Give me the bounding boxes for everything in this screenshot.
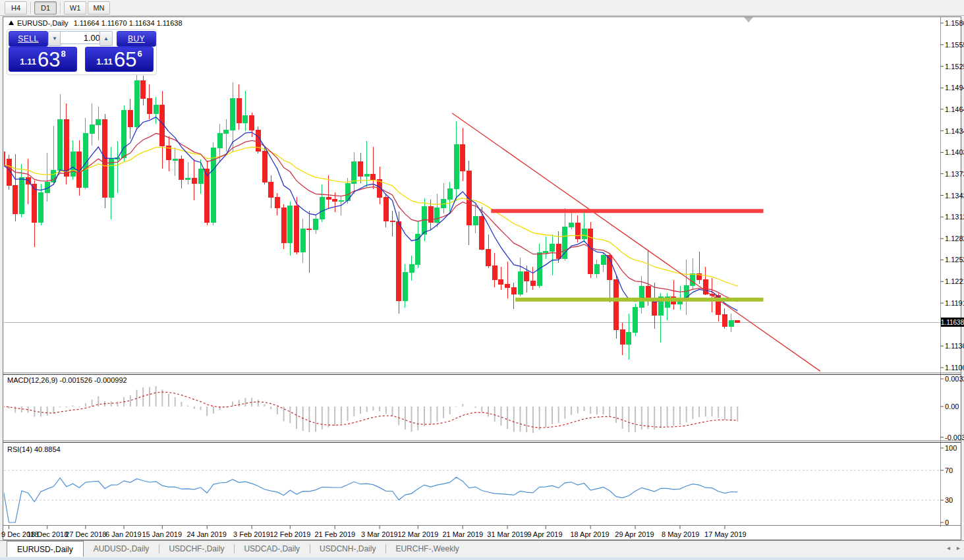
chart-symbol-label: EURUSD-,Daily xyxy=(17,19,69,27)
buy-price-sup: 6 xyxy=(137,49,142,59)
date-axis-label: 15 Jan 2019 xyxy=(142,530,183,538)
date-axis-label: 17 May 2019 xyxy=(704,530,747,538)
date-axis-label: 29 Apr 2019 xyxy=(615,530,654,538)
chart-tab-usdchf[interactable]: USDCHF-,Daily xyxy=(159,541,234,557)
date-axis-label: 21 Mar 2019 xyxy=(442,530,483,538)
indicator-axis-label: 0.003287 xyxy=(945,375,964,383)
macd-indicator-label: MACD(12,26,9) -0.001526 -0.000992 xyxy=(7,376,127,384)
price-axis-label: 1.13125 xyxy=(945,213,964,221)
date-axis-label: 12 Mar 2019 xyxy=(398,530,439,538)
date-axis-label: 3 Feb 2019 xyxy=(233,530,270,538)
chart-tab-usdcad[interactable]: USDCAD-,Daily xyxy=(234,541,310,557)
chart-tab-usdcnh[interactable]: USDCNH-,Daily xyxy=(310,541,385,557)
date-axis-label: 9 Apr 2019 xyxy=(527,530,562,538)
indicator-axis-label: 70 xyxy=(945,466,953,474)
symbol-triangle-icon xyxy=(9,20,14,25)
indicator-axis-label: 100 xyxy=(945,444,957,452)
date-axis-label: 6 Jan 2019 xyxy=(105,530,141,538)
chart-tab-eurchf[interactable]: EURCHF-,Weekly xyxy=(385,541,468,557)
date-axis-label: 18 Dec 2018 xyxy=(27,530,68,538)
sell-price-big: 63 xyxy=(38,51,60,69)
price-axis-label: 1.15250 xyxy=(945,63,964,70)
price-axis-label: 1.13430 xyxy=(945,192,964,200)
date-axis-label: 12 Feb 2019 xyxy=(270,530,311,538)
volume-increase-button[interactable]: ▲ xyxy=(99,31,113,46)
chart-tab-audusd[interactable]: AUDUSD-,Daily xyxy=(84,541,159,557)
price-axis-label: 1.12215 xyxy=(945,277,964,285)
volume-input[interactable] xyxy=(60,31,105,44)
price-axis-label: 1.14340 xyxy=(945,127,964,135)
status-strip xyxy=(0,557,964,560)
price-axis-label: 1.11910 xyxy=(945,299,964,307)
sell-price-sup: 8 xyxy=(61,49,65,59)
tab-scroll-right-icon[interactable]: ▸ xyxy=(957,543,960,553)
chart-tab-eurusd[interactable]: EURUSD-,Daily xyxy=(7,541,84,557)
price-axis-label: 1.14945 xyxy=(945,84,964,92)
current-price-tag: 1.11638 xyxy=(941,318,964,327)
date-axis-label: 24 Jan 2019 xyxy=(186,530,227,538)
buy-price-small: 1.11 xyxy=(96,57,113,67)
buy-price-big: 65 xyxy=(114,51,136,69)
price-axis-label: 1.15555 xyxy=(945,41,964,49)
date-axis-label: 21 Feb 2019 xyxy=(314,530,355,538)
chart-ohlc-values: 1.11664 1.11670 1.11634 1.11638 xyxy=(74,19,183,27)
price-axis-label: 1.13735 xyxy=(945,170,964,178)
price-axis-label: 1.15860 xyxy=(945,19,964,27)
sell-button[interactable]: SELL xyxy=(9,31,48,47)
price-axis-label: 1.11000 xyxy=(945,364,964,372)
date-axis-label: 31 Mar 2019 xyxy=(487,530,528,538)
date-axis-label: 27 Dec 2018 xyxy=(65,530,106,538)
indicator-axis-label: 0.00 xyxy=(945,403,959,410)
sell-price-small: 1.11 xyxy=(20,57,36,67)
chart-header: EURUSD-,Daily1.11664 1.11670 1.11634 1.1… xyxy=(9,19,183,27)
date-axis-label: 3 Mar 2019 xyxy=(361,530,398,538)
sell-price-box[interactable]: 1.11 63 8 xyxy=(9,47,77,72)
buy-button[interactable]: BUY xyxy=(117,31,156,47)
price-axis-label: 1.12820 xyxy=(945,235,964,242)
price-axis-label: 1.11305 xyxy=(945,342,964,350)
date-axis-label: 8 May 2019 xyxy=(662,530,699,538)
indicator-axis-label: 0 xyxy=(945,518,949,526)
date-axis-label: 18 Apr 2019 xyxy=(570,530,609,538)
chart-canvas[interactable] xyxy=(0,0,964,560)
price-axis-label: 1.12520 xyxy=(945,256,964,264)
price-axis-label: 1.14035 xyxy=(945,148,964,156)
one-click-trading-panel: SELL ▼ ▲ BUY 1.11 63 8 1.11 65 6 xyxy=(7,29,157,75)
rsi-indicator-label: RSI(14) 40.8854 xyxy=(7,445,61,453)
volume-decrease-button[interactable]: ▼ xyxy=(48,31,61,46)
chart-tab-bar: EURUSD-,DailyAUDUSD-,DailyUSDCHF-,DailyU… xyxy=(0,540,964,557)
indicator-axis-label: 30 xyxy=(945,496,953,504)
tab-scroll-left-icon[interactable]: ◂ xyxy=(947,543,950,553)
indicator-axis-label: -0.00365 xyxy=(945,434,964,441)
scroll-to-end-icon[interactable] xyxy=(744,17,753,22)
buy-price-box[interactable]: 1.11 65 6 xyxy=(85,47,154,72)
price-axis-label: 1.14645 xyxy=(945,105,964,113)
